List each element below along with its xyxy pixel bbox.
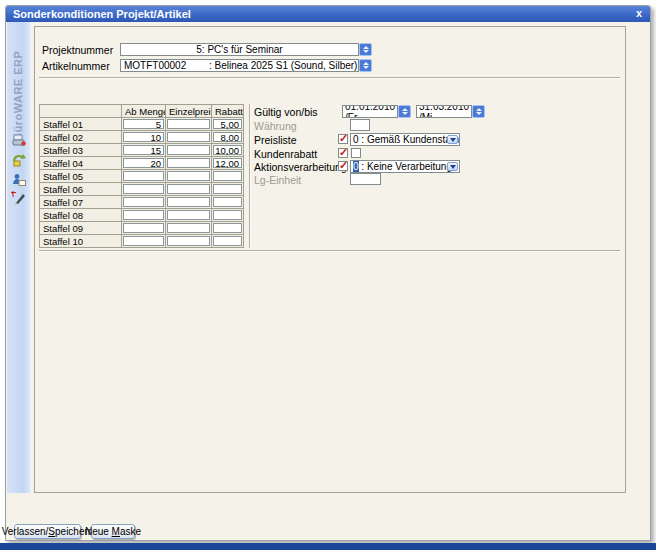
- gueltig-bis-spinner[interactable]: [472, 105, 485, 118]
- staffel-input-ab_menge[interactable]: 10: [123, 132, 164, 142]
- close-icon[interactable]: x: [636, 6, 642, 22]
- staffel-cell-ab_menge[interactable]: [122, 170, 166, 183]
- computer-icon[interactable]: [11, 132, 27, 148]
- gueltig-von-value: 01.01.2010 /Fr: [345, 105, 397, 118]
- staffel-cell-ab_menge[interactable]: 10: [122, 131, 166, 144]
- staffel-input-rabatt[interactable]: [213, 210, 242, 220]
- staffel-input-einzelpreis[interactable]: [167, 145, 210, 155]
- staffel-input-ab_menge[interactable]: [123, 171, 164, 181]
- projektnummer-spinner[interactable]: [359, 43, 372, 56]
- gueltig-bis-value: 31.03.2010 /Mi: [419, 105, 471, 118]
- staffel-input-ab_menge[interactable]: [123, 236, 164, 246]
- staffel-input-ab_menge[interactable]: 5: [123, 119, 164, 129]
- staffel-cell-einzelpreis[interactable]: [166, 170, 212, 183]
- staffel-row-label: Staffel 05: [40, 170, 122, 183]
- staffel-input-einzelpreis[interactable]: [167, 158, 210, 168]
- staffel-input-rabatt[interactable]: [213, 184, 242, 194]
- title-bar[interactable]: Sonderkonditionen Projekt/Artikel x: [6, 6, 650, 22]
- staffel-cell-ab_menge[interactable]: [122, 235, 166, 248]
- staffel-input-rabatt[interactable]: [213, 223, 242, 233]
- staffel-cell-einzelpreis[interactable]: [166, 222, 212, 235]
- staffel-cell-rabatt[interactable]: [212, 235, 244, 248]
- neue-maske-button[interactable]: Neue Maske: [91, 524, 135, 539]
- artikelnummer-field[interactable]: MOTFT00002 : Belinea 2025 S1 (Sound, Sil…: [120, 59, 359, 72]
- artikelnummer-spinner[interactable]: [359, 59, 372, 72]
- staffel-cell-einzelpreis[interactable]: [166, 196, 212, 209]
- staffel-cell-rabatt[interactable]: [212, 222, 244, 235]
- preisliste-dropdown-arrow-icon[interactable]: [447, 135, 458, 144]
- staffel-cell-rabatt[interactable]: 10,00: [212, 144, 244, 157]
- staffel-cell-rabatt[interactable]: 5,00: [212, 118, 244, 131]
- staffel-input-rabatt[interactable]: 8,00: [213, 132, 242, 142]
- staffel-cell-rabatt[interactable]: [212, 209, 244, 222]
- staffel-input-rabatt[interactable]: 5,00: [213, 119, 242, 129]
- staffel-input-ab_menge[interactable]: 15: [123, 145, 164, 155]
- staffel-input-einzelpreis[interactable]: [167, 236, 210, 246]
- staffel-input-einzelpreis[interactable]: [167, 171, 210, 181]
- staffel-input-ab_menge[interactable]: 20: [123, 158, 164, 168]
- staffel-input-ab_menge[interactable]: [123, 223, 164, 233]
- aktionsverarbeitung-value: : Keine Verarbeitung: [359, 161, 452, 172]
- aktionsverarbeitung-label: Aktionsverarbeitung: [254, 161, 347, 173]
- gueltig-bis-field[interactable]: 31.03.2010 /Mi: [416, 105, 472, 118]
- gueltig-von-spinner[interactable]: [398, 105, 411, 118]
- staffel-cell-rabatt[interactable]: [212, 196, 244, 209]
- signature-pen-icon[interactable]: [11, 190, 27, 206]
- staffel-input-rabatt[interactable]: [213, 171, 242, 181]
- staffel-cell-einzelpreis[interactable]: [166, 131, 212, 144]
- staffel-input-ab_menge[interactable]: [123, 197, 164, 207]
- vertical-separator: [249, 104, 251, 248]
- staffel-cell-ab_menge[interactable]: [122, 222, 166, 235]
- aktionsverarbeitung-checkbox[interactable]: [338, 161, 348, 171]
- staffel-cell-ab_menge[interactable]: [122, 183, 166, 196]
- verlassen-speichern-button[interactable]: Verlassen/Speichern: [14, 524, 81, 539]
- artikelnummer-description: : Belinea 2025 S1 (Sound, Silber): [209, 60, 357, 71]
- staffel-input-rabatt[interactable]: 10,00: [213, 145, 242, 155]
- sidebar: BüroWARE ERP: [7, 22, 31, 493]
- staffel-input-einzelpreis[interactable]: [167, 184, 210, 194]
- lg-einheit-field[interactable]: [350, 173, 381, 185]
- table-header-cell: [40, 105, 122, 118]
- aktionsverarbeitung-dropdown[interactable]: 0 : Keine Verarbeitung: [350, 160, 460, 173]
- staffel-input-ab_menge[interactable]: [123, 184, 164, 194]
- preisliste-checkbox[interactable]: [338, 134, 348, 144]
- staffel-cell-ab_menge[interactable]: [122, 209, 166, 222]
- staffel-cell-einzelpreis[interactable]: [166, 209, 212, 222]
- waehrung-field[interactable]: [350, 119, 370, 131]
- staffel-input-rabatt[interactable]: [213, 236, 242, 246]
- preisliste-dropdown[interactable]: 0 : Gemäß Kundenstamm: [350, 133, 460, 146]
- kundenrabatt-label: Kundenrabatt: [254, 148, 317, 160]
- staffel-cell-einzelpreis[interactable]: [166, 144, 212, 157]
- staffel-cell-einzelpreis[interactable]: [166, 235, 212, 248]
- staffel-cell-rabatt[interactable]: [212, 170, 244, 183]
- staffel-cell-einzelpreis[interactable]: [166, 183, 212, 196]
- staffel-cell-ab_menge[interactable]: 20: [122, 157, 166, 170]
- gueltig-von-field[interactable]: 01.01.2010 /Fr: [342, 105, 398, 118]
- kundenrabatt-value-checkbox[interactable]: [351, 148, 361, 158]
- projektnummer-value: 5: PC's für Seminar: [196, 44, 282, 55]
- staffel-input-rabatt[interactable]: 12,00: [213, 158, 242, 168]
- staffel-input-einzelpreis[interactable]: [167, 223, 210, 233]
- staffel-cell-einzelpreis[interactable]: [166, 118, 212, 131]
- staffel-row-label: Staffel 02: [40, 131, 122, 144]
- staffel-cell-rabatt[interactable]: 8,00: [212, 131, 244, 144]
- staffel-input-einzelpreis[interactable]: [167, 119, 210, 129]
- recycle-icon[interactable]: [11, 152, 27, 168]
- staffel-cell-rabatt[interactable]: [212, 183, 244, 196]
- section-divider-bottom: [39, 250, 620, 252]
- user-document-icon[interactable]: [11, 172, 27, 188]
- staffel-input-einzelpreis[interactable]: [167, 197, 210, 207]
- staffel-cell-ab_menge[interactable]: [122, 196, 166, 209]
- staffel-cell-rabatt[interactable]: 12,00: [212, 157, 244, 170]
- staffel-cell-ab_menge[interactable]: 5: [122, 118, 166, 131]
- staffel-input-rabatt[interactable]: [213, 197, 242, 207]
- kundenrabatt-active-checkbox[interactable]: [338, 148, 348, 158]
- gueltig-label: Gültig von/bis: [254, 106, 318, 118]
- staffel-input-einzelpreis[interactable]: [167, 210, 210, 220]
- staffel-input-einzelpreis[interactable]: [167, 132, 210, 142]
- staffel-cell-einzelpreis[interactable]: [166, 157, 212, 170]
- aktionsverarbeitung-dropdown-arrow-icon[interactable]: [447, 162, 458, 171]
- staffel-input-ab_menge[interactable]: [123, 210, 164, 220]
- projektnummer-field[interactable]: 5: PC's für Seminar: [120, 43, 359, 56]
- staffel-cell-ab_menge[interactable]: 15: [122, 144, 166, 157]
